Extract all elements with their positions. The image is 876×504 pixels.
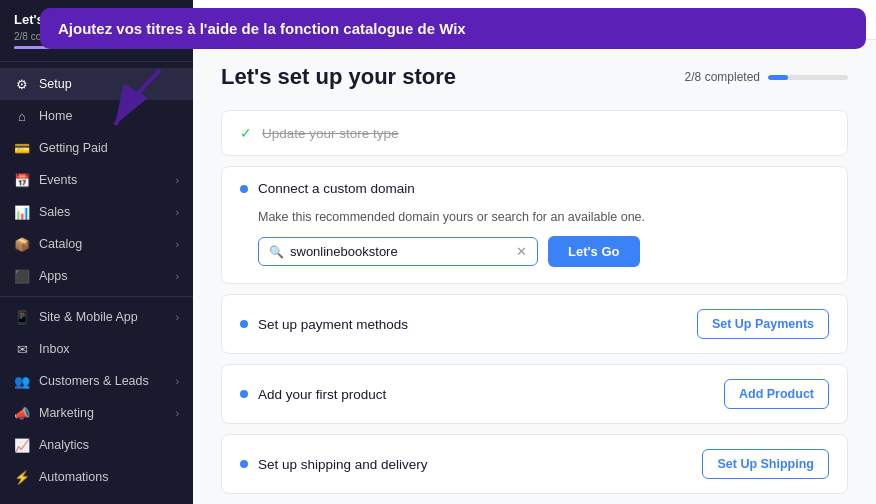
sidebar-item-label: Customers & Leads [39, 374, 176, 388]
set-up-payments-button[interactable]: Set Up Payments [697, 309, 829, 339]
checklist-row: Add your first product Add Product [222, 365, 847, 423]
sidebar-item-label: Automations [39, 470, 179, 484]
checklist-row: Set up shipping and delivery Set Up Ship… [222, 435, 847, 493]
tooltip-banner: Ajoutez vos titres à l'aide de la foncti… [40, 8, 866, 49]
check-dot-icon [240, 390, 248, 398]
check-dot-icon [240, 460, 248, 468]
customers-icon: 👥 [14, 373, 30, 389]
nav-divider [0, 296, 193, 297]
search-icon: 🔍 [269, 245, 284, 259]
site-mobile-icon: 📱 [14, 309, 30, 325]
page-header: Let's set up your store 2/8 completed [221, 64, 848, 90]
header-progress-fill [768, 75, 788, 80]
tooltip-text: Ajoutez vos titres à l'aide de la foncti… [58, 20, 466, 37]
chevron-right-icon: › [176, 376, 179, 387]
check-item-text: Set up payment methods [258, 317, 687, 332]
sidebar-item-label: Marketing [39, 406, 176, 420]
sidebar-item-label: Catalog [39, 237, 176, 251]
chevron-right-icon: › [176, 175, 179, 186]
check-item-text: Update your store type [262, 126, 829, 141]
sidebar-item-label: Analytics [39, 438, 179, 452]
home-icon: ⌂ [14, 108, 30, 124]
arrow-indicator [100, 60, 180, 144]
marketing-icon: 📣 [14, 405, 30, 421]
checklist-item-update-store-type: ✓ Update your store type [221, 110, 848, 156]
page-title: Let's set up your store [221, 64, 456, 90]
sidebar-item-catalog[interactable]: 📦 Catalog › [0, 228, 193, 260]
checklist-item-add-product: Add your first product Add Product [221, 364, 848, 424]
sidebar-item-customers-leads[interactable]: 👥 Customers & Leads › [0, 365, 193, 397]
checklist-item-payment-methods: Set up payment methods Set Up Payments [221, 294, 848, 354]
chevron-right-icon: › [176, 271, 179, 282]
content-area: Let's set up your store 2/8 completed ✓ … [193, 40, 876, 504]
check-item-text: Add your first product [258, 387, 714, 402]
automations-icon: ⚡ [14, 469, 30, 485]
sidebar-item-site-mobile[interactable]: 📱 Site & Mobile App › [0, 301, 193, 333]
getting-paid-icon: 💳 [14, 140, 30, 156]
checklist-item-shipping: Set up shipping and delivery Set Up Ship… [221, 434, 848, 494]
chevron-right-icon: › [176, 239, 179, 250]
sales-icon: 📊 [14, 204, 30, 220]
check-dot-icon [240, 185, 248, 193]
add-product-button[interactable]: Add Product [724, 379, 829, 409]
analytics-icon: 📈 [14, 437, 30, 453]
domain-input-row: 🔍 ✕ Let's Go [258, 236, 829, 267]
sidebar-item-apps[interactable]: ⬛ Apps › [0, 260, 193, 292]
sidebar-item-label: Inbox [39, 342, 179, 356]
clear-icon[interactable]: ✕ [516, 244, 527, 259]
sidebar-item-inbox[interactable]: ✉ Inbox [0, 333, 193, 365]
sidebar-item-events[interactable]: 📅 Events › [0, 164, 193, 196]
sidebar-item-automations[interactable]: ⚡ Automations [0, 461, 193, 493]
checklist-row: Set up payment methods Set Up Payments [222, 295, 847, 353]
inbox-icon: ✉ [14, 341, 30, 357]
catalog-icon: 📦 [14, 236, 30, 252]
sidebar-item-label: Sales [39, 205, 176, 219]
checklist-row: ✓ Update your store type [222, 111, 847, 155]
checkmark-icon: ✓ [240, 125, 252, 141]
header-progress-label: 2/8 completed [685, 70, 760, 84]
domain-input[interactable] [290, 244, 516, 259]
chevron-right-icon: › [176, 312, 179, 323]
lets-go-button[interactable]: Let's Go [548, 236, 640, 267]
sidebar-item-label: Apps [39, 269, 176, 283]
chevron-right-icon: › [176, 408, 179, 419]
sidebar-item-label: Events [39, 173, 176, 187]
sidebar-item-sales[interactable]: 📊 Sales › [0, 196, 193, 228]
check-item-text: Set up shipping and delivery [258, 457, 692, 472]
set-up-shipping-button[interactable]: Set Up Shipping [702, 449, 829, 479]
apps-icon: ⬛ [14, 268, 30, 284]
domain-desc: Make this recommended domain yours or se… [258, 210, 829, 224]
check-dot-icon [240, 320, 248, 328]
sidebar-item-analytics[interactable]: 📈 Analytics [0, 429, 193, 461]
chevron-right-icon: › [176, 207, 179, 218]
domain-body: Make this recommended domain yours or se… [222, 210, 847, 283]
checklist-row: Connect a custom domain [222, 167, 847, 210]
sidebar-item-marketing[interactable]: 📣 Marketing › [0, 397, 193, 429]
header-progress: 2/8 completed [685, 70, 848, 84]
domain-input-wrap: 🔍 ✕ [258, 237, 538, 266]
check-item-text: Connect a custom domain [258, 181, 829, 196]
setup-icon: ⚙ [14, 76, 30, 92]
events-icon: 📅 [14, 172, 30, 188]
header-progress-bar [768, 75, 848, 80]
main-content: business l... Let's set up your store 2/… [193, 0, 876, 504]
checklist: ✓ Update your store type Connect a custo… [221, 110, 848, 504]
sidebar-item-label: Site & Mobile App [39, 310, 176, 324]
checklist-item-connect-domain: Connect a custom domain Make this recomm… [221, 166, 848, 284]
